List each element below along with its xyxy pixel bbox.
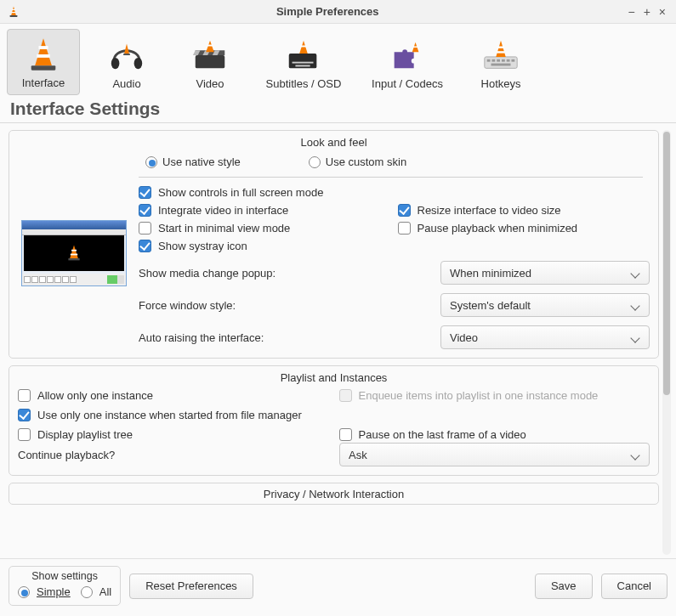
group-privacy-network: Privacy / Network Interaction: [9, 483, 659, 505]
svg-rect-23: [301, 46, 307, 48]
select-auto-raising[interactable]: Video: [440, 325, 650, 349]
svg-marker-4: [35, 38, 52, 65]
checkbox-icon: [139, 240, 151, 252]
check-show-systray[interactable]: Show systray icon: [139, 240, 391, 252]
svg-rect-3: [10, 15, 18, 17]
tab-hotkeys[interactable]: Hotkeys: [464, 29, 537, 95]
radio-custom-skin[interactable]: Use custom skin: [309, 155, 406, 168]
svg-marker-37: [70, 245, 78, 258]
svg-rect-7: [31, 65, 56, 71]
checkbox-icon: [398, 204, 411, 217]
chevron-down-icon: [632, 450, 640, 459]
checkbox-icon: [18, 389, 31, 402]
svg-marker-0: [11, 6, 16, 14]
svg-marker-22: [299, 41, 308, 54]
label-continue-playback: Continue playback?: [18, 449, 334, 461]
svg-rect-21: [295, 65, 310, 67]
svg-rect-11: [123, 54, 130, 55]
svg-rect-27: [487, 59, 491, 62]
checkbox-icon: [139, 204, 151, 217]
scrollbar-thumb[interactable]: [663, 132, 670, 395]
check-pause-minimized[interactable]: Pause playback when minimized: [398, 222, 650, 235]
reset-preferences-button[interactable]: Reset Preferences: [129, 574, 253, 599]
radio-icon: [81, 586, 93, 598]
show-settings-label: Show settings: [18, 570, 111, 582]
window-title: Simple Preferences: [27, 5, 628, 18]
cone-icon: [20, 36, 67, 73]
select-continue-playback[interactable]: Ask: [339, 443, 650, 466]
divider: [0, 122, 676, 123]
svg-rect-28: [491, 59, 495, 62]
radio-icon: [145, 156, 157, 168]
interface-preview: [18, 154, 130, 349]
svg-rect-38: [71, 250, 77, 251]
subtitles-icon: [280, 37, 327, 74]
group-title-look-and-feel: Look and feel: [18, 136, 650, 149]
check-show-controls-fullscreen[interactable]: Show controls in full screen mode: [139, 186, 391, 199]
svg-rect-2: [12, 12, 16, 13]
radio-simple[interactable]: Simple: [18, 585, 71, 598]
svg-rect-40: [68, 258, 79, 260]
svg-rect-35: [497, 46, 504, 48]
checkbox-icon: [339, 428, 352, 441]
check-display-playlist-tree[interactable]: Display playlist tree: [18, 428, 329, 441]
group-look-and-feel: Look and feel: [9, 130, 659, 359]
keyboard-icon: [477, 37, 525, 74]
label-media-change-popup: Show media change popup:: [139, 267, 434, 280]
check-integrate-video[interactable]: Integrate video in interface: [139, 204, 391, 217]
group-title-playlist: Playlist and Instances: [18, 371, 650, 384]
minimize-button[interactable]: −: [628, 5, 634, 19]
checkbox-icon: [139, 186, 151, 199]
select-force-window-style[interactable]: System's default: [440, 293, 650, 317]
check-start-minimal[interactable]: Start in minimal view mode: [139, 222, 391, 235]
headphones-icon: [103, 37, 151, 74]
titlebar: Simple Preferences − + ×: [0, 0, 676, 24]
tab-interface[interactable]: Interface: [7, 29, 80, 95]
svg-rect-12: [196, 55, 225, 68]
svg-rect-33: [491, 64, 511, 66]
maximize-button[interactable]: +: [644, 5, 650, 19]
svg-rect-1: [12, 8, 15, 9]
radio-all[interactable]: All: [81, 585, 111, 598]
checkbox-icon: [398, 222, 411, 235]
check-pause-last-frame[interactable]: Pause on the last frame of a video: [339, 428, 650, 441]
radio-icon: [18, 586, 30, 598]
svg-rect-18: [207, 45, 213, 47]
check-only-one-instance[interactable]: Allow only one instance: [18, 389, 329, 402]
tab-subtitles[interactable]: Subtitles / OSD: [257, 29, 350, 95]
label-force-window-style: Force window style:: [139, 299, 434, 312]
checkbox-icon: [18, 428, 31, 441]
select-media-change-popup[interactable]: When minimized: [440, 261, 650, 285]
tab-video[interactable]: Video: [173, 29, 247, 95]
chevron-down-icon: [632, 333, 640, 342]
checkbox-icon: [339, 389, 352, 402]
cancel-button[interactable]: Cancel: [601, 574, 667, 599]
svg-marker-34: [496, 41, 506, 57]
svg-rect-29: [497, 59, 500, 62]
save-button[interactable]: Save: [535, 574, 593, 599]
footer: Show settings Simple All Reset Preferenc…: [0, 558, 676, 616]
clapper-icon: [186, 37, 234, 74]
svg-point-9: [134, 58, 143, 69]
svg-rect-31: [507, 59, 510, 62]
preferences-window: Simple Preferences − + × Interface: [0, 0, 676, 616]
checkbox-icon: [139, 222, 151, 235]
check-one-instance-file-manager[interactable]: Use only one instance when started from …: [18, 409, 650, 421]
svg-rect-36: [497, 51, 505, 53]
svg-rect-20: [293, 62, 314, 64]
svg-rect-25: [413, 46, 418, 47]
radio-native-style[interactable]: Use native style: [145, 155, 241, 168]
chevron-down-icon: [632, 301, 640, 309]
svg-rect-32: [511, 59, 514, 62]
radio-icon: [309, 156, 321, 168]
svg-rect-39: [71, 254, 77, 256]
tab-audio[interactable]: Audio: [90, 29, 163, 95]
chevron-down-icon: [632, 268, 640, 277]
svg-marker-10: [124, 44, 129, 54]
tab-input-codecs[interactable]: Input / Codecs: [361, 29, 454, 95]
vertical-scrollbar[interactable]: [662, 130, 671, 555]
svg-rect-30: [502, 59, 505, 62]
check-resize-interface[interactable]: Resize interface to video size: [398, 204, 650, 217]
close-button[interactable]: ×: [659, 5, 666, 19]
group-playlist-instances: Playlist and Instances Allow only one in…: [9, 365, 659, 476]
